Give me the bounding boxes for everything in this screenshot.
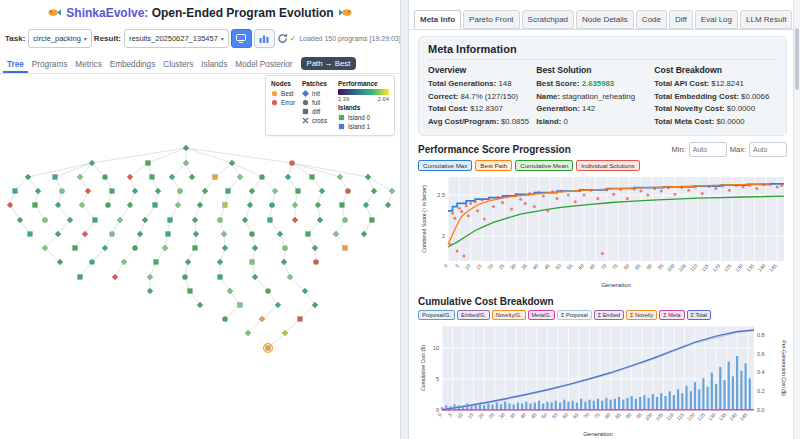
tree-node[interactable]	[223, 203, 228, 208]
tree-node[interactable]	[166, 232, 171, 237]
tree-node[interactable]	[292, 202, 298, 208]
legend-chip[interactable]: Cumulative Mean	[515, 160, 573, 171]
tree-node[interactable]	[132, 245, 137, 250]
left-tab-2[interactable]: Metrics	[71, 57, 105, 73]
metrics-button[interactable]	[254, 29, 275, 48]
tree-node[interactable]	[109, 231, 114, 236]
task-select[interactable]: circle_packing▾	[28, 29, 92, 48]
tree-node[interactable]	[281, 259, 287, 265]
tree-node[interactable]	[35, 188, 41, 194]
tree-node[interactable]	[33, 203, 38, 208]
tree-node[interactable]	[168, 218, 173, 223]
tree-node[interactable]	[153, 203, 158, 208]
tree-node[interactable]	[345, 188, 350, 193]
tree-node[interactable]	[93, 218, 98, 223]
tree-node[interactable]	[137, 231, 143, 237]
tree-node[interactable]	[252, 245, 258, 251]
tree-node[interactable]	[296, 189, 301, 194]
tree-node[interactable]	[112, 274, 118, 280]
tree-node[interactable]	[110, 189, 115, 194]
tree-node[interactable]	[147, 274, 153, 280]
scrollbar-thumb[interactable]	[795, 28, 799, 90]
tree-node[interactable]	[238, 303, 243, 308]
tree-node[interactable]	[189, 174, 195, 180]
tree-node[interactable]	[183, 145, 189, 151]
tree-node[interactable]	[371, 188, 377, 194]
cost-chart[interactable]: 0510152025303540455055606570758085909510…	[418, 321, 790, 439]
tree-node[interactable]	[73, 246, 78, 251]
tree-node[interactable]	[389, 188, 395, 194]
legend-chip[interactable]: Σ Meta	[659, 310, 684, 320]
tree-node[interactable]	[17, 217, 23, 223]
left-tab-6[interactable]: Model Posterior	[231, 57, 296, 73]
legend-chip[interactable]: Meta/G.	[528, 310, 556, 320]
right-tab-1[interactable]: Pareto Front	[463, 10, 519, 29]
tree-node[interactable]	[285, 174, 291, 180]
tree-node[interactable]	[365, 174, 371, 180]
tree-node[interactable]	[298, 317, 303, 322]
tree-node[interactable]	[333, 231, 339, 237]
tree-node[interactable]	[105, 202, 110, 207]
tree-node[interactable]	[310, 175, 315, 180]
tree-node[interactable]	[78, 275, 83, 280]
tree-node[interactable]	[217, 259, 223, 265]
tree-node[interactable]	[221, 231, 227, 237]
tree-node[interactable]	[306, 232, 311, 237]
right-tab-2[interactable]: Scratchpad	[522, 10, 574, 29]
tree-node[interactable]	[222, 245, 228, 251]
right-tab-4[interactable]: Code	[636, 10, 667, 29]
legend-chip[interactable]: Σ Proposal	[557, 310, 592, 320]
tree-node[interactable]	[315, 202, 321, 208]
tree-node[interactable]	[192, 217, 198, 223]
tree-node[interactable]	[363, 202, 369, 208]
legend-chip[interactable]: Novelty/G.	[492, 310, 526, 320]
tree-node[interactable]	[342, 217, 347, 222]
tree-node[interactable]	[265, 288, 270, 293]
tree-node[interactable]	[268, 218, 273, 223]
tree-node[interactable]	[250, 260, 255, 265]
left-tab-3[interactable]: Embeddings	[106, 57, 160, 73]
left-tab-5[interactable]: Islands	[197, 57, 231, 73]
tree-node[interactable]	[102, 174, 107, 179]
tree-node[interactable]	[259, 174, 264, 179]
tree-node[interactable]	[7, 202, 13, 208]
left-tab-1[interactable]: Programs	[28, 57, 72, 73]
tree-node[interactable]	[147, 288, 153, 294]
tree-node[interactable]	[226, 189, 231, 194]
tree-node[interactable]	[266, 346, 271, 351]
tree-node[interactable]	[249, 231, 254, 236]
tree-node[interactable]	[213, 175, 218, 180]
left-tab-7[interactable]: Path → Best	[301, 57, 357, 70]
left-tab-0[interactable]: Tree	[3, 57, 28, 73]
load-results-button[interactable]	[231, 29, 252, 48]
tree-node[interactable]	[154, 260, 159, 265]
tree-node[interactable]	[193, 246, 198, 251]
right-tab-3[interactable]: Node Details	[576, 10, 634, 29]
legend-chip[interactable]: Proposal/G.	[418, 310, 455, 320]
tree-node[interactable]	[182, 274, 187, 279]
tree-node[interactable]	[193, 231, 199, 237]
tree-node[interactable]	[13, 189, 18, 194]
legend-chip[interactable]: Σ Novelty	[626, 310, 657, 320]
tree-node[interactable]	[277, 231, 283, 237]
scrollbar[interactable]	[793, 0, 800, 439]
tree-node[interactable]	[42, 217, 47, 222]
right-tab-5[interactable]: Diff	[669, 10, 693, 29]
tree-node[interactable]	[222, 316, 227, 321]
tree-node[interactable]	[340, 203, 345, 208]
tree-node[interactable]	[175, 202, 181, 208]
refresh-button[interactable]	[277, 33, 288, 44]
tree-node[interactable]	[127, 174, 133, 180]
min-input[interactable]	[689, 142, 727, 157]
tree-node[interactable]	[53, 175, 58, 180]
tree-node[interactable]	[247, 202, 253, 208]
right-tab-0[interactable]: Meta Info	[414, 10, 461, 29]
tree-node[interactable]	[188, 289, 193, 294]
tree-node[interactable]	[150, 175, 155, 180]
tree-node[interactable]	[227, 288, 233, 294]
perf-chart[interactable]: 0510152025303540455055606570758085909510…	[418, 172, 790, 290]
tree-node[interactable]	[28, 232, 33, 237]
right-tab-6[interactable]: Eval Log	[695, 10, 738, 29]
tree-node[interactable]	[370, 218, 375, 223]
right-tab-7[interactable]: LLM Result	[740, 10, 792, 29]
